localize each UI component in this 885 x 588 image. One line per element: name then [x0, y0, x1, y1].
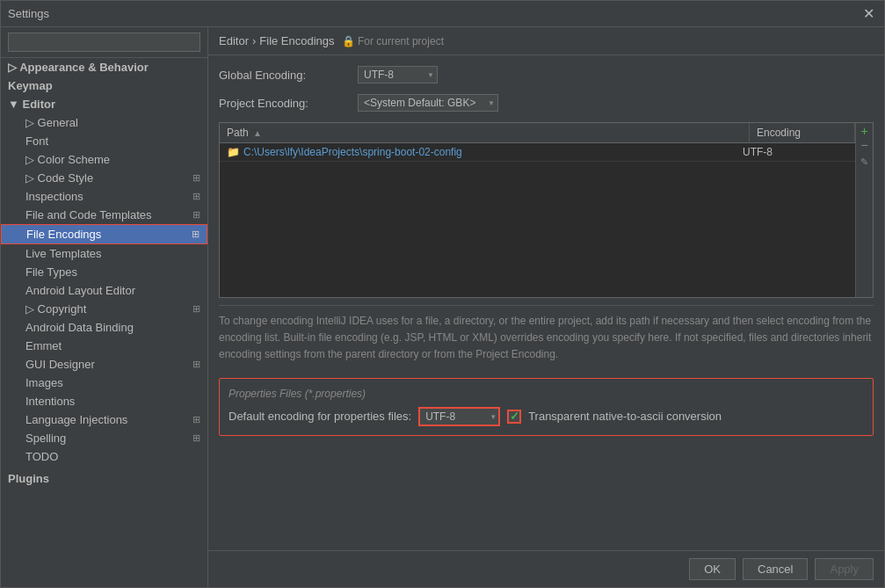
right-panel: Editor › File Encodings 🔒 For current pr…: [208, 27, 884, 587]
path-column-header: Path ▲: [220, 123, 750, 142]
info-text: To change encoding IntelliJ IDEA uses fo…: [219, 305, 874, 371]
sidebar-item-android-layout-editor[interactable]: Android Layout Editor: [1, 281, 207, 300]
encodings-table-container: Path ▲ Encoding 📁 C:\Users\lfy\IdeaProje…: [219, 122, 874, 298]
properties-encoding-select-wrapper: UTF-8 ISO-8859-1 GBK: [418, 407, 500, 426]
table-body: 📁 C:\Users\lfy\IdeaProjects\spring-boot-…: [220, 143, 855, 297]
table-action-sidebar: + − ✎: [855, 123, 873, 297]
path-text: C:\Users\lfy\IdeaProjects\spring-boot-02…: [243, 146, 462, 158]
sidebar-item-copyright[interactable]: ▷ Copyright ⊞: [1, 300, 207, 318]
panel-body: Global Encoding: UTF-8 ISO-8859-1 UTF-16…: [208, 55, 884, 550]
sidebar-item-file-encodings[interactable]: File Encodings ⊞: [1, 224, 207, 244]
encoding-cell: UTF-8: [743, 146, 848, 158]
title-bar: Settings ✕: [1, 1, 884, 27]
sidebar-item-intentions[interactable]: Intentions: [1, 392, 207, 410]
transparent-conversion-label: Transparent native-to-ascii conversion: [528, 410, 722, 423]
breadcrumb-current: File Encodings: [259, 34, 334, 47]
window-title: Settings: [8, 7, 860, 20]
folder-icon: 📁: [227, 146, 240, 158]
sidebar-item-code-style[interactable]: ▷ Code Style ⊞: [1, 169, 207, 187]
search-input[interactable]: [8, 33, 200, 52]
copyright-icon: ⊞: [192, 303, 200, 315]
global-encoding-select-wrapper: UTF-8 ISO-8859-1 UTF-16 GBK: [358, 66, 438, 83]
inspections-icon: ⊞: [192, 191, 200, 202]
breadcrumb-note: 🔒 For current project: [342, 35, 444, 47]
sidebar-items: ▷ Appearance & Behavior Keymap ▼ Editor …: [1, 58, 207, 587]
sidebar-item-font[interactable]: Font: [1, 132, 207, 150]
path-cell: 📁 C:\Users\lfy\IdeaProjects\spring-boot-…: [227, 146, 743, 158]
checkbox-check-icon: ✓: [510, 410, 519, 423]
sort-indicator: ▲: [253, 128, 262, 138]
language-injections-icon: ⊞: [192, 414, 200, 425]
sidebar-item-color-scheme[interactable]: ▷ Color Scheme: [1, 150, 207, 169]
sidebar: ▷ Appearance & Behavior Keymap ▼ Editor …: [1, 27, 208, 587]
bottom-bar: OK Cancel Apply: [208, 550, 884, 587]
close-button[interactable]: ✕: [860, 5, 877, 22]
properties-section: Properties Files (*.properties) Default …: [219, 378, 874, 436]
sidebar-item-emmet[interactable]: Emmet: [1, 337, 207, 355]
add-encoding-button[interactable]: +: [860, 125, 867, 137]
settings-window: Settings ✕ ▷ Appearance & Behavior Keyma…: [0, 0, 885, 588]
sidebar-item-spelling[interactable]: Spelling ⊞: [1, 429, 207, 447]
global-encoding-label: Global Encoding:: [219, 69, 351, 82]
main-content: ▷ Appearance & Behavior Keymap ▼ Editor …: [1, 27, 884, 587]
project-encoding-select[interactable]: <System Default: GBK> UTF-8 ISO-8859-1: [358, 94, 498, 112]
project-encoding-label: Project Encoding:: [219, 97, 351, 110]
remove-encoding-button[interactable]: −: [860, 139, 867, 151]
transparent-conversion-checkbox[interactable]: ✓: [507, 410, 521, 424]
gui-designer-icon: ⊞: [192, 359, 200, 370]
sidebar-item-file-types[interactable]: File Types: [1, 263, 207, 281]
sidebar-item-images[interactable]: Images: [1, 374, 207, 392]
sidebar-item-keymap[interactable]: Keymap: [1, 76, 207, 95]
sidebar-item-todo[interactable]: TODO: [1, 447, 207, 466]
ok-button[interactable]: OK: [689, 558, 736, 580]
table-header: Path ▲ Encoding: [220, 123, 855, 143]
sidebar-item-inspections[interactable]: Inspections ⊞: [1, 187, 207, 206]
table-main: Path ▲ Encoding 📁 C:\Users\lfy\IdeaProje…: [220, 123, 855, 297]
breadcrumb-parent: Editor: [219, 34, 249, 47]
file-encodings-icon: ⊞: [192, 229, 199, 240]
search-box: [1, 27, 207, 58]
properties-encoding-select[interactable]: UTF-8 ISO-8859-1 GBK: [418, 407, 500, 426]
project-encoding-row: Project Encoding: <System Default: GBK> …: [219, 94, 874, 112]
global-encoding-row: Global Encoding: UTF-8 ISO-8859-1 UTF-16…: [219, 66, 874, 83]
table-row[interactable]: 📁 C:\Users\lfy\IdeaProjects\spring-boot-…: [220, 143, 855, 162]
properties-label: Properties Files (*.properties): [229, 388, 864, 400]
spelling-icon: ⊞: [192, 432, 200, 444]
sidebar-item-plugins[interactable]: Plugins: [1, 469, 207, 488]
edit-encoding-button[interactable]: ✎: [860, 156, 868, 168]
sidebar-item-android-data-binding[interactable]: Android Data Binding: [1, 318, 207, 337]
sidebar-item-live-templates[interactable]: Live Templates: [1, 244, 207, 263]
default-encoding-for-properties-label: Default encoding for properties files:: [229, 410, 411, 423]
global-encoding-select[interactable]: UTF-8 ISO-8859-1 UTF-16 GBK: [358, 66, 438, 83]
sidebar-item-gui-designer[interactable]: GUI Designer ⊞: [1, 355, 207, 374]
file-code-templates-icon: ⊞: [192, 209, 200, 221]
sidebar-item-general[interactable]: ▷ General: [1, 113, 207, 132]
code-style-icon: ⊞: [192, 172, 200, 184]
project-encoding-select-wrapper: <System Default: GBK> UTF-8 ISO-8859-1: [358, 94, 498, 112]
encoding-column-header: Encoding: [750, 123, 855, 142]
breadcrumb-separator: ›: [252, 34, 256, 47]
apply-button[interactable]: Apply: [815, 558, 874, 580]
sidebar-item-language-injections[interactable]: Language Injections ⊞: [1, 410, 207, 429]
properties-row: Default encoding for properties files: U…: [229, 407, 864, 426]
breadcrumb: Editor › File Encodings 🔒 For current pr…: [208, 27, 884, 55]
sidebar-item-editor[interactable]: ▼ Editor: [1, 95, 207, 113]
cancel-button[interactable]: Cancel: [743, 558, 808, 580]
sidebar-item-file-code-templates[interactable]: File and Code Templates ⊞: [1, 206, 207, 224]
sidebar-item-appearance[interactable]: ▷ Appearance & Behavior: [1, 58, 207, 76]
